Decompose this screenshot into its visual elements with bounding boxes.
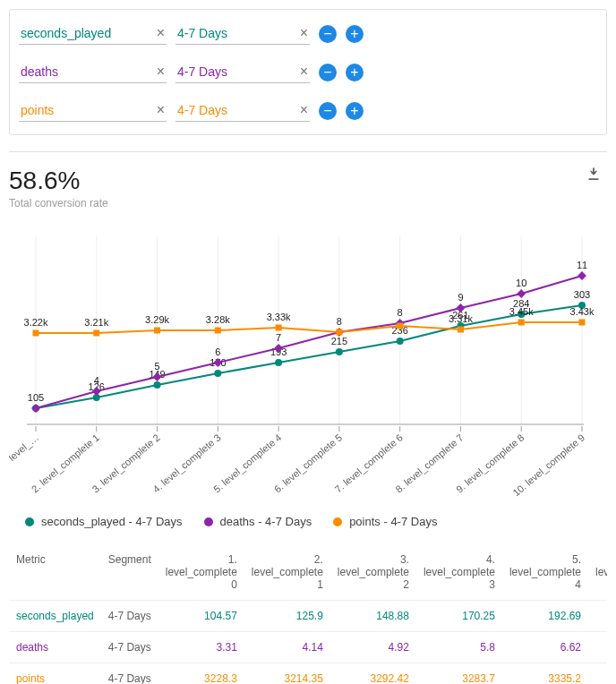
svg-text:7: 7 [276,332,281,343]
range-select-label: 4-7 Days [177,103,227,117]
add-filter-button[interactable]: + [346,25,364,43]
col-step: 2.level_complete1 [244,544,330,601]
legend-item-points[interactable]: points - 4-7 Days [333,515,437,528]
row-value: 148.88 [330,601,416,632]
table-row: deaths4-7 Days3.314.144.925.86.627.53 [9,632,607,663]
row-value: 3262.55 [588,663,607,685]
row-value: 3292.42 [330,663,416,685]
metric-select[interactable]: points × [19,99,167,122]
svg-text:303: 303 [574,289,590,300]
svg-point-37 [214,370,221,377]
row-value: 3228.3 [158,663,244,685]
svg-rect-80 [336,329,342,336]
filter-row-seconds-played: seconds_played × 4-7 Days × − + [19,22,597,45]
close-icon[interactable]: × [300,103,308,117]
svg-point-35 [154,381,161,389]
row-value: 104.57 [158,601,244,632]
legend-dot-icon [333,517,342,526]
svg-text:1. level_…: 1. level_… [9,432,40,470]
svg-rect-76 [215,328,221,334]
conversion-rate-value: 58.6% [9,167,108,195]
svg-rect-70 [33,330,39,337]
metric-filter-panel: seconds_played × 4-7 Days × − + deaths ×… [9,9,607,135]
row-value: 3283.7 [416,663,502,685]
svg-text:6: 6 [215,346,220,357]
svg-point-41 [336,348,343,355]
range-select[interactable]: 4-7 Days × [175,99,310,122]
table-row: points4-7 Days3228.33214.353292.423283.7… [9,663,607,685]
row-segment: 4-7 Days [101,663,158,685]
metric-select-label: seconds_played [21,26,111,40]
svg-text:3.22k: 3.22k [24,317,48,328]
chart-legend: seconds_played - 4-7 Days deaths - 4-7 D… [9,515,607,528]
remove-filter-button[interactable]: − [319,64,337,81]
legend-label: deaths - 4-7 Days [220,515,312,528]
svg-text:5: 5 [154,361,159,372]
col-metric: Metric [9,544,101,601]
col-step: 3.level_complete2 [330,544,416,601]
range-select[interactable]: 4-7 Days × [175,22,310,45]
conversion-rate-label: Total conversion rate [9,197,108,209]
svg-text:11: 11 [577,260,587,270]
svg-rect-81 [397,323,403,329]
row-value: 7.53 [588,632,607,663]
add-filter-button[interactable]: + [346,64,364,81]
svg-rect-68 [578,271,586,280]
table-row: seconds_played4-7 Days104.57125.9148.881… [9,601,607,632]
svg-rect-51 [31,404,40,413]
close-icon[interactable]: × [157,103,165,117]
svg-text:8: 8 [337,316,342,327]
metric-select-label: points [21,103,54,117]
svg-rect-0 [589,179,599,181]
chart-panel: 58.6% Total conversion rate 1. level_…2.… [9,151,607,684]
range-select[interactable]: 4-7 Days × [175,61,310,83]
row-value: 4.14 [244,632,330,663]
table-header-row: MetricSegment1.level_complete02.level_co… [9,544,607,601]
download-icon[interactable] [586,167,602,185]
svg-text:3.45k: 3.45k [509,306,534,317]
svg-text:10: 10 [516,278,526,288]
col-segment: Segment [101,544,158,601]
svg-rect-74 [154,328,160,334]
close-icon[interactable]: × [300,64,308,79]
filter-row-points: points × 4-7 Days × − + [19,99,597,122]
svg-point-39 [275,359,282,366]
remove-filter-button[interactable]: − [319,102,337,120]
row-metric: points [9,663,101,685]
remove-filter-button[interactable]: − [319,25,337,43]
add-filter-button[interactable]: + [346,102,364,120]
svg-text:3.28k: 3.28k [206,314,230,325]
svg-rect-86 [579,320,586,326]
svg-text:3.33k: 3.33k [267,312,291,322]
metric-select[interactable]: seconds_played × [19,22,167,45]
svg-rect-78 [276,325,282,331]
row-value: 215.21 [588,601,607,632]
metric-select[interactable]: deaths × [19,61,167,83]
close-icon[interactable]: × [300,26,308,40]
filter-row-deaths: deaths × 4-7 Days × − + [19,61,597,83]
close-icon[interactable]: × [157,26,165,40]
svg-text:3.31k: 3.31k [449,313,473,324]
legend-label: points - 4-7 Days [349,515,437,528]
svg-text:8: 8 [398,307,403,318]
svg-text:3.43k: 3.43k [570,306,595,317]
legend-item-deaths[interactable]: deaths - 4-7 Days [204,515,312,528]
col-step: 1.level_complete0 [158,544,244,601]
row-metric: deaths [9,632,101,663]
row-value: 125.9 [244,601,330,632]
legend-item-seconds-played[interactable]: seconds_played - 4-7 Days [25,515,183,528]
svg-text:3.29k: 3.29k [145,314,169,325]
svg-text:215: 215 [331,336,347,346]
row-metric: seconds_played [9,601,101,632]
row-segment: 4-7 Days [101,632,158,663]
legend-dot-icon [25,517,34,526]
close-icon[interactable]: × [157,64,165,79]
row-segment: 4-7 Days [101,601,158,632]
row-value: 6.62 [502,632,588,663]
metric-select-label: deaths [21,64,58,79]
col-step: 4.level_complete3 [416,544,502,601]
row-value: 192.69 [502,601,588,632]
svg-text:9: 9 [458,292,463,303]
svg-text:4: 4 [94,375,99,386]
row-value: 3335.2 [502,663,588,685]
